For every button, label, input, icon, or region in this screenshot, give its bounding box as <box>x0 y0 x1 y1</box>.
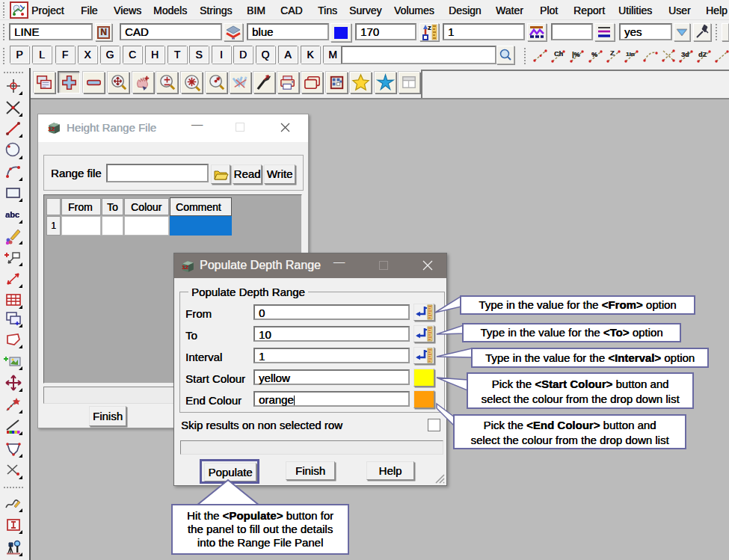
svg-text:abc: abc <box>5 210 19 219</box>
svg-text:%: % <box>591 51 597 58</box>
svg-text:Ch: Ch <box>554 50 563 58</box>
svg-text:|%: |% <box>572 51 580 58</box>
svg-text:Z: Z <box>610 49 615 57</box>
svg-text:12: 12 <box>48 126 55 132</box>
svg-text:z: z <box>428 24 431 31</box>
svg-text:12: 12 <box>182 264 188 271</box>
svg-text:1in: 1in <box>626 51 635 58</box>
svg-text:3d: 3d <box>681 51 689 58</box>
svg-text:dZ: dZ <box>698 51 707 58</box>
